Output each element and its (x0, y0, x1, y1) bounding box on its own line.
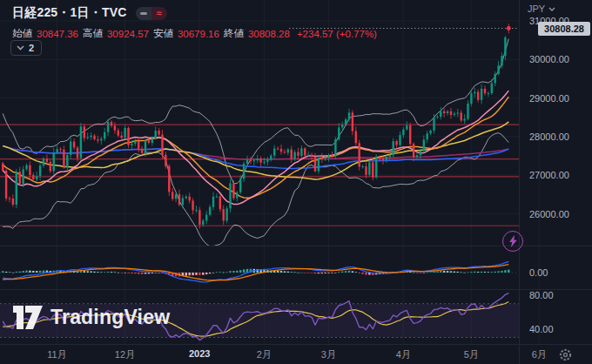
candle-body (182, 199, 184, 206)
candle-body (124, 128, 125, 138)
candle-body (304, 148, 306, 155)
macd-histogram-bar (497, 271, 499, 273)
macd-histogram-bar (488, 272, 489, 273)
bollinger-basis-line (3, 91, 508, 205)
macd-histogram-bar (77, 272, 78, 273)
candle-body (93, 136, 95, 139)
macd-histogram-bar (423, 273, 425, 273)
macd-histogram-bar (311, 273, 313, 273)
open-label: 始値 (12, 27, 32, 40)
macd-histogram-bar (39, 271, 41, 273)
candle-body (481, 89, 482, 100)
candle-body (318, 158, 320, 171)
candle-body (158, 131, 159, 135)
time-axis-label: 2023 (189, 348, 210, 359)
candle-body (273, 149, 275, 156)
axis-currency-selector[interactable]: JPY (528, 3, 555, 14)
macd-histogram-bar (236, 271, 238, 273)
macd-histogram-bar (348, 271, 350, 273)
candle-body (423, 139, 425, 151)
candle-body (341, 125, 343, 127)
wave-status-icon[interactable]: ≈ (151, 7, 167, 20)
chevron-down-icon (548, 7, 555, 11)
macd-histogram-bar (429, 272, 431, 273)
candle-body (138, 141, 139, 149)
time-axis[interactable]: 11月12月20232月3月4月5月6月 (0, 345, 592, 364)
candle-body (266, 159, 268, 161)
macd-histogram-bar (148, 273, 150, 273)
time-axis-label: 5月 (464, 348, 479, 361)
candle-body (145, 140, 146, 152)
candle-body (420, 151, 421, 155)
symbol-title[interactable]: 日経225・1日・TVC (12, 5, 127, 21)
candle-body (402, 130, 404, 136)
open-value: 30847.36 (37, 29, 78, 39)
macd-histogram-bar (325, 273, 326, 273)
macd-histogram-bar (9, 272, 10, 273)
macd-histogram-bar (36, 271, 37, 273)
candle-body (32, 175, 34, 179)
candle-body (291, 150, 293, 159)
macd-histogram-bar (239, 270, 241, 273)
macd-histogram-bar (12, 273, 14, 273)
macd-histogram-bar (447, 271, 448, 273)
macd-histogram-bar (158, 273, 159, 273)
macd-pane (0, 261, 519, 282)
indicators-collapse-button[interactable]: 2 (10, 40, 42, 56)
candle-body (97, 139, 98, 140)
candle-body (100, 138, 102, 140)
candle-body (118, 131, 119, 136)
candle-body (155, 131, 157, 138)
tradingview-watermark[interactable]: TradingView (12, 306, 170, 329)
candle-body (151, 138, 153, 143)
macd-histogram-bar (345, 271, 346, 273)
watermark-text: TradingView (50, 306, 170, 329)
gear-icon[interactable] (558, 347, 573, 362)
candle-body (121, 136, 123, 138)
candle-body (450, 111, 452, 115)
candle-body (25, 165, 27, 169)
high-label: 高値 (83, 27, 103, 40)
candle-body (22, 169, 24, 184)
macd-histogram-bar (5, 272, 7, 273)
candle-body (427, 133, 428, 139)
macd-histogram-bar (501, 271, 502, 273)
hide-button[interactable] (136, 7, 151, 20)
macd-histogram-bar (436, 271, 438, 273)
candle-body (70, 142, 71, 155)
macd-histogram-bar (470, 272, 472, 273)
instant-trading-button[interactable] (502, 231, 523, 252)
main-pane (0, 24, 519, 246)
close-label: 終値 (224, 27, 244, 40)
candle-body (29, 165, 30, 175)
tradingview-logo-icon (12, 306, 44, 329)
macd-histogram-bar (304, 273, 306, 273)
macd-histogram-bar (504, 270, 506, 273)
macd-histogram-bar (19, 272, 21, 273)
macd-histogram-bar (219, 272, 221, 273)
macd-histogram-bar (461, 272, 462, 273)
macd-histogram-bar (100, 272, 102, 273)
lightning-bolt-icon (508, 235, 518, 247)
macd-histogram-bar (131, 273, 132, 273)
macd-histogram-bar (93, 272, 95, 273)
macd-histogram-bar (151, 273, 153, 273)
candle-body (131, 144, 132, 145)
macd-histogram-bar (284, 272, 286, 273)
candle-body (63, 150, 64, 168)
candle-body (250, 160, 252, 161)
candle-body (239, 179, 241, 192)
candle-body (53, 152, 55, 171)
macd-histogram-bar (209, 273, 211, 273)
ohlc-row: 始値 30847.36 高値 30924.57 安値 30679.16 終値 3… (12, 27, 377, 40)
candle-body (243, 164, 245, 179)
candle-body (246, 160, 248, 164)
macd-histogram-bar (416, 273, 418, 273)
candle-body (127, 128, 129, 145)
candle-body (202, 220, 204, 225)
candle-body (395, 141, 397, 145)
macd-histogram-bar (202, 273, 204, 275)
macd-histogram-bar (293, 273, 295, 273)
candle-body (212, 197, 214, 207)
macd-histogram-bar (232, 271, 234, 273)
